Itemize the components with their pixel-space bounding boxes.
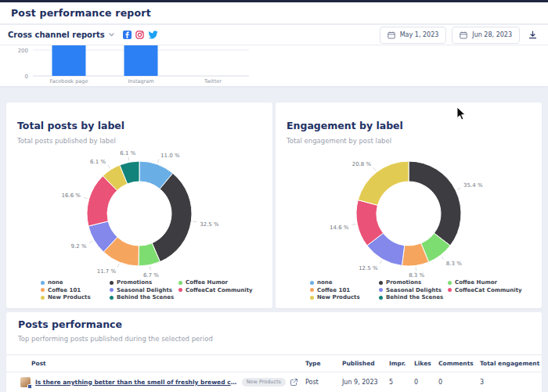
legend-item-coffeecat-community[interactable]: CoffeeCat Community	[178, 287, 268, 293]
legend-item-none[interactable]: none	[310, 279, 379, 286]
chart-title: Engagement by label	[287, 120, 403, 131]
bar-x-label: Twitter	[204, 78, 222, 85]
cell-published: Jun 9, 2023	[342, 379, 389, 386]
chart-legend: noneCoffee 101New ProductsPromotionsSeas…	[310, 279, 537, 300]
legend-label: CoffeeCat Community	[455, 287, 522, 293]
bar-Facebook page[interactable]	[52, 45, 86, 76]
date-from-input[interactable]: May 1, 2023	[380, 27, 447, 44]
donut-slice-pct-label: 11.0 %	[160, 153, 180, 159]
legend-item-new-products[interactable]: New Products	[41, 294, 110, 300]
legend-label: Behind the Scenes	[386, 294, 443, 300]
date-to-input[interactable]: Jun 28, 2023	[452, 27, 520, 44]
legend-label: Behind the Scenes	[117, 294, 174, 300]
legend-dot	[110, 281, 114, 285]
donut-slice-New Products[interactable]	[358, 161, 409, 205]
page-header: Post performance report	[0, 2, 548, 24]
posts-table-head: PostTypePublishedImpr.LikesCommentsTotal…	[6, 354, 542, 372]
legend-item-behind-the-scenes[interactable]: Behind the Scenes	[110, 294, 178, 300]
donut-slice-pct-label: 6.1 %	[120, 150, 135, 156]
legend-item-behind-the-scenes[interactable]: Behind the Scenes	[379, 294, 448, 300]
legend-item-coffee-101[interactable]: Coffee 101	[41, 287, 110, 293]
section-title: Posts performance	[18, 318, 122, 330]
legend-item-promotions[interactable]: Promotions	[110, 279, 178, 286]
donut-slice-pct-label: 35.4 %	[463, 182, 483, 189]
posts-performance-card: Posts performance Top performing posts p…	[6, 312, 542, 392]
legend-item-none[interactable]: none	[41, 279, 110, 286]
donut-slice-pct-label: 9.2 %	[71, 243, 87, 250]
legend-item-coffee-humor[interactable]: Coffee Humor	[178, 279, 268, 286]
legend-label: Promotions	[117, 279, 152, 286]
donut-slice-pct-label: 20.8 %	[352, 161, 372, 167]
chart-legend: noneCoffee 101New ProductsPromotionsSeas…	[41, 279, 268, 300]
donut-slice-pct-label: 32.5 %	[200, 221, 219, 228]
cell-total-engagement: 3	[480, 379, 542, 386]
table-row: Is there anything better than the smell …	[6, 372, 542, 391]
legend-item-new-products[interactable]: New Products	[310, 294, 379, 300]
legend-label: CoffeeCat Community	[186, 287, 253, 293]
donut-slice-pct-label: 6.1 %	[90, 159, 106, 165]
legend-label: Seasonal Delights	[117, 287, 172, 293]
posts-table-body: Is there anything better than the smell …	[6, 372, 542, 391]
cell-type: Post	[305, 379, 342, 386]
bar-Instagram[interactable]	[124, 45, 158, 76]
channel-icons	[123, 31, 158, 39]
facebook-icon[interactable]	[123, 31, 132, 39]
legend-label: none	[48, 279, 63, 286]
legend-label: Coffee 101	[48, 287, 81, 293]
twitter-icon[interactable]	[148, 31, 158, 39]
donut-slice-pct-label: 16.6 %	[62, 192, 81, 199]
legend-dot	[448, 281, 452, 285]
legend-dot	[110, 288, 114, 292]
external-link-icon[interactable]	[290, 379, 297, 386]
download-icon	[528, 31, 537, 39]
column-header-comments: Comments	[438, 360, 480, 367]
legend-item-promotions[interactable]: Promotions	[379, 279, 448, 286]
donut-slice-Promotions[interactable]	[409, 161, 461, 246]
donut-slice-pct-label: 8.3 %	[409, 272, 424, 279]
bar-x-label: Facebook page	[50, 78, 88, 85]
app-root: Post performance report Cross channel re…	[0, 0, 548, 392]
legend-dot	[41, 288, 45, 292]
column-header-likes: Likes	[414, 360, 438, 367]
label-badge: New Products	[242, 378, 286, 387]
legend-dot	[310, 281, 314, 285]
donut-slice-pct-label: 6.7 %	[143, 272, 159, 279]
legend-item-seasonal-delights[interactable]: Seasonal Delights	[379, 287, 448, 293]
legend-label: Seasonal Delights	[386, 287, 442, 293]
download-button[interactable]	[525, 31, 540, 39]
legend-label: Promotions	[386, 279, 421, 286]
legend-item-coffeecat-community[interactable]: CoffeeCat Community	[448, 287, 537, 293]
calendar-icon	[460, 31, 467, 39]
instagram-icon[interactable]	[135, 31, 144, 39]
donut-slice-pct-label: 12.5 %	[359, 265, 378, 272]
engagement-by-label-card: Engagement by label Total engagement by …	[276, 102, 542, 308]
column-header-post: Post	[31, 360, 305, 367]
cell-comments: 0	[438, 379, 480, 386]
bar-chart: 2000Facebook pageInstagramTwitter	[0, 45, 548, 86]
legend-item-coffee-humor[interactable]: Coffee Humor	[448, 279, 537, 286]
legend-dot	[41, 296, 45, 300]
legend-dot	[41, 281, 45, 285]
legend-label: New Products	[317, 294, 360, 300]
legend-item-seasonal-delights[interactable]: Seasonal Delights	[110, 287, 178, 293]
report-selector-dropdown[interactable]: Cross channel reports	[8, 31, 114, 39]
legend-label: Coffee Humor	[455, 279, 497, 286]
column-header-impr-: Impr.	[389, 360, 414, 367]
bar-x-label: Instagram	[128, 78, 153, 85]
column-header-type: Type	[305, 360, 342, 367]
legend-dot	[379, 281, 383, 285]
cell-impressions: 5	[389, 379, 414, 386]
post-cell: Is there anything better than the smell …	[20, 377, 305, 387]
legend-dot	[379, 288, 383, 292]
donut-slice-pct-label: 8.3 %	[446, 261, 462, 267]
donut-slice-pct-label: 14.6 %	[330, 225, 349, 231]
cell-likes: 0	[414, 379, 438, 386]
column-header-total-engagement: Total engagement	[480, 360, 542, 367]
legend-dot	[310, 288, 314, 292]
legend-item-coffee-101[interactable]: Coffee 101	[310, 287, 379, 293]
post-link[interactable]: Is there anything better than the smell …	[35, 379, 237, 386]
legend-label: none	[317, 279, 333, 286]
legend-dot	[379, 296, 383, 300]
y-tick: 0	[25, 74, 28, 80]
column-header-published: Published	[342, 360, 389, 367]
